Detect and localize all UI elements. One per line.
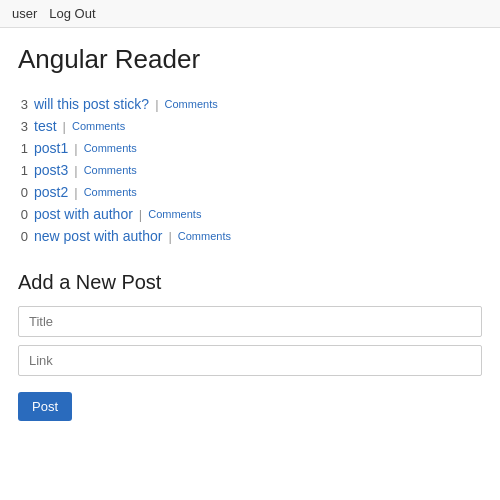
post-separator: | — [155, 97, 158, 112]
post-score: 3 — [18, 97, 28, 112]
post-title-link[interactable]: post with author — [34, 206, 133, 222]
post-item: 0post with author|Comments — [18, 203, 482, 225]
post-title-link[interactable]: post3 — [34, 162, 68, 178]
post-score: 0 — [18, 185, 28, 200]
post-comments-link[interactable]: Comments — [165, 98, 218, 110]
title-field-group — [18, 306, 482, 337]
post-separator: | — [74, 141, 77, 156]
submit-post-button[interactable]: Post — [18, 392, 72, 421]
post-item: 0new post with author|Comments — [18, 225, 482, 247]
page-title: Angular Reader — [18, 44, 482, 75]
post-list: 3will this post stick?|Comments3test|Com… — [18, 93, 482, 247]
title-input[interactable] — [18, 306, 482, 337]
post-item: 3will this post stick?|Comments — [18, 93, 482, 115]
post-separator: | — [139, 207, 142, 222]
post-score: 1 — [18, 141, 28, 156]
post-title-link[interactable]: new post with author — [34, 228, 162, 244]
post-item: 3test|Comments — [18, 115, 482, 137]
post-separator: | — [74, 185, 77, 200]
post-separator: | — [74, 163, 77, 178]
post-score: 0 — [18, 207, 28, 222]
post-title-link[interactable]: will this post stick? — [34, 96, 149, 112]
post-separator: | — [168, 229, 171, 244]
post-item: 1post3|Comments — [18, 159, 482, 181]
post-score: 3 — [18, 119, 28, 134]
link-field-group — [18, 345, 482, 376]
add-post-title: Add a New Post — [18, 271, 482, 294]
main-content: Angular Reader 3will this post stick?|Co… — [0, 28, 500, 437]
post-separator: | — [63, 119, 66, 134]
post-comments-link[interactable]: Comments — [84, 142, 137, 154]
link-input[interactable] — [18, 345, 482, 376]
post-title-link[interactable]: post1 — [34, 140, 68, 156]
post-comments-link[interactable]: Comments — [148, 208, 201, 220]
post-comments-link[interactable]: Comments — [72, 120, 125, 132]
navbar: user Log Out — [0, 0, 500, 28]
post-item: 0post2|Comments — [18, 181, 482, 203]
post-title-link[interactable]: post2 — [34, 184, 68, 200]
post-comments-link[interactable]: Comments — [84, 186, 137, 198]
post-comments-link[interactable]: Comments — [84, 164, 137, 176]
new-post-form: Post — [18, 306, 482, 421]
post-comments-link[interactable]: Comments — [178, 230, 231, 242]
post-score: 0 — [18, 229, 28, 244]
post-item: 1post1|Comments — [18, 137, 482, 159]
post-title-link[interactable]: test — [34, 118, 57, 134]
post-score: 1 — [18, 163, 28, 178]
nav-logout-link[interactable]: Log Out — [49, 6, 95, 21]
nav-user-link[interactable]: user — [12, 6, 37, 21]
